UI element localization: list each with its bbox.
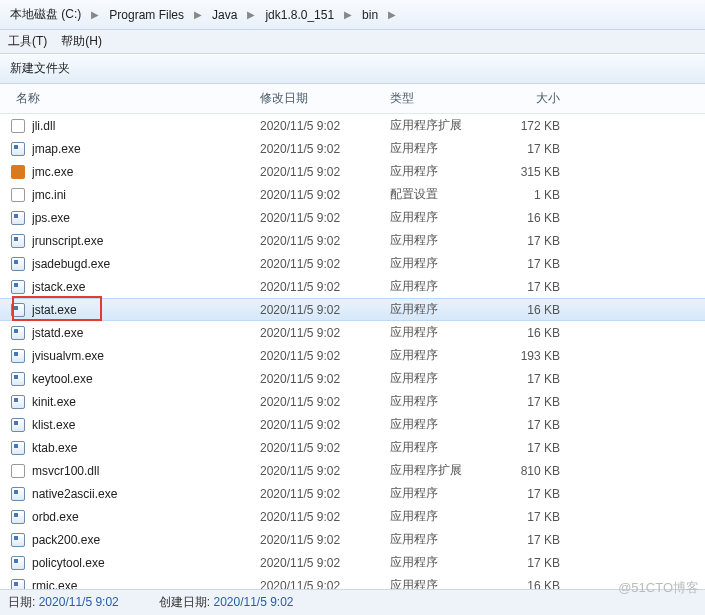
column-header-name[interactable]: 名称: [10, 90, 260, 107]
menu-tools[interactable]: 工具(T): [8, 33, 47, 50]
file-name: jrunscript.exe: [32, 234, 260, 248]
file-date: 2020/11/5 9:02: [260, 211, 390, 225]
chevron-right-icon: ▶: [190, 7, 206, 22]
file-size: 17 KB: [510, 142, 600, 156]
file-size: 810 KB: [510, 464, 600, 478]
file-row[interactable]: pack200.exe2020/11/5 9:02应用程序17 KB: [0, 528, 705, 551]
file-size: 16 KB: [510, 326, 600, 340]
file-type: 应用程序: [390, 163, 510, 180]
file-row[interactable]: msvcr100.dll2020/11/5 9:02应用程序扩展810 KB: [0, 459, 705, 482]
file-row[interactable]: jstatd.exe2020/11/5 9:02应用程序16 KB: [0, 321, 705, 344]
file-type: 应用程序: [390, 278, 510, 295]
file-name: klist.exe: [32, 418, 260, 432]
file-type: 应用程序扩展: [390, 462, 510, 479]
menu-help[interactable]: 帮助(H): [61, 33, 102, 50]
file-name: jstack.exe: [32, 280, 260, 294]
file-type: 应用程序: [390, 554, 510, 571]
status-bar: 日期: 2020/11/5 9:02 创建日期: 2020/11/5 9:02: [0, 589, 705, 615]
file-name: ktab.exe: [32, 441, 260, 455]
file-name: keytool.exe: [32, 372, 260, 386]
breadcrumb[interactable]: 本地磁盘 (C:)▶Program Files▶Java▶jdk1.8.0_15…: [0, 0, 705, 30]
file-row[interactable]: jvisualvm.exe2020/11/5 9:02应用程序193 KB: [0, 344, 705, 367]
file-row[interactable]: jstat.exe2020/11/5 9:02应用程序16 KB: [0, 298, 705, 321]
file-name: kinit.exe: [32, 395, 260, 409]
application-icon: [10, 302, 26, 318]
column-header-date[interactable]: 修改日期: [260, 90, 390, 107]
breadcrumb-segment[interactable]: 本地磁盘 (C:): [6, 4, 85, 25]
column-headers: 名称 修改日期 类型 大小: [0, 84, 705, 114]
file-row[interactable]: jmc.exe2020/11/5 9:02应用程序315 KB: [0, 160, 705, 183]
file-date: 2020/11/5 9:02: [260, 556, 390, 570]
file-name: jli.dll: [32, 119, 260, 133]
file-size: 17 KB: [510, 257, 600, 271]
file-date: 2020/11/5 9:02: [260, 441, 390, 455]
application-icon: [10, 509, 26, 525]
jmc-icon: [10, 164, 26, 180]
file-row[interactable]: ktab.exe2020/11/5 9:02应用程序17 KB: [0, 436, 705, 459]
file-type: 配置设置: [390, 186, 510, 203]
file-name: jvisualvm.exe: [32, 349, 260, 363]
file-date: 2020/11/5 9:02: [260, 349, 390, 363]
file-row[interactable]: jrunscript.exe2020/11/5 9:02应用程序17 KB: [0, 229, 705, 252]
application-icon: [10, 486, 26, 502]
breadcrumb-segment[interactable]: Program Files: [105, 6, 188, 24]
file-name: jmap.exe: [32, 142, 260, 156]
file-date: 2020/11/5 9:02: [260, 257, 390, 271]
column-header-type[interactable]: 类型: [390, 90, 510, 107]
file-size: 16 KB: [510, 303, 600, 317]
file-type: 应用程序: [390, 416, 510, 433]
chevron-right-icon: ▶: [243, 7, 259, 22]
file-size: 17 KB: [510, 487, 600, 501]
file-row[interactable]: rmic.exe2020/11/5 9:02应用程序16 KB: [0, 574, 705, 590]
file-row[interactable]: keytool.exe2020/11/5 9:02应用程序17 KB: [0, 367, 705, 390]
file-name: pack200.exe: [32, 533, 260, 547]
ini-icon: [10, 187, 26, 203]
application-icon: [10, 233, 26, 249]
file-type: 应用程序: [390, 531, 510, 548]
application-icon: [10, 394, 26, 410]
file-name: jps.exe: [32, 211, 260, 225]
file-row[interactable]: jstack.exe2020/11/5 9:02应用程序17 KB: [0, 275, 705, 298]
file-date: 2020/11/5 9:02: [260, 487, 390, 501]
file-row[interactable]: jmap.exe2020/11/5 9:02应用程序17 KB: [0, 137, 705, 160]
file-row[interactable]: native2ascii.exe2020/11/5 9:02应用程序17 KB: [0, 482, 705, 505]
breadcrumb-segment[interactable]: bin: [358, 6, 382, 24]
application-icon: [10, 325, 26, 341]
file-size: 193 KB: [510, 349, 600, 363]
chevron-right-icon: ▶: [87, 7, 103, 22]
file-row[interactable]: jsadebugd.exe2020/11/5 9:02应用程序17 KB: [0, 252, 705, 275]
breadcrumb-segment[interactable]: jdk1.8.0_151: [261, 6, 338, 24]
file-row[interactable]: klist.exe2020/11/5 9:02应用程序17 KB: [0, 413, 705, 436]
column-header-size[interactable]: 大小: [510, 90, 600, 107]
file-size: 315 KB: [510, 165, 600, 179]
file-row[interactable]: jps.exe2020/11/5 9:02应用程序16 KB: [0, 206, 705, 229]
chevron-right-icon: ▶: [340, 7, 356, 22]
file-size: 17 KB: [510, 510, 600, 524]
file-date: 2020/11/5 9:02: [260, 234, 390, 248]
file-date: 2020/11/5 9:02: [260, 280, 390, 294]
new-folder-button[interactable]: 新建文件夹: [10, 61, 70, 75]
toolbar: 新建文件夹: [0, 54, 705, 84]
file-date: 2020/11/5 9:02: [260, 418, 390, 432]
file-type: 应用程序: [390, 209, 510, 226]
file-row[interactable]: jmc.ini2020/11/5 9:02配置设置1 KB: [0, 183, 705, 206]
file-list[interactable]: jli.dll2020/11/5 9:02应用程序扩展172 KBjmap.ex…: [0, 114, 705, 590]
file-type: 应用程序: [390, 301, 510, 318]
file-size: 17 KB: [510, 372, 600, 386]
file-date: 2020/11/5 9:02: [260, 303, 390, 317]
application-icon: [10, 417, 26, 433]
file-row[interactable]: kinit.exe2020/11/5 9:02应用程序17 KB: [0, 390, 705, 413]
file-type: 应用程序: [390, 140, 510, 157]
file-name: policytool.exe: [32, 556, 260, 570]
file-row[interactable]: orbd.exe2020/11/5 9:02应用程序17 KB: [0, 505, 705, 528]
file-name: jstatd.exe: [32, 326, 260, 340]
file-type: 应用程序: [390, 324, 510, 341]
file-type: 应用程序: [390, 370, 510, 387]
file-row[interactable]: jli.dll2020/11/5 9:02应用程序扩展172 KB: [0, 114, 705, 137]
file-date: 2020/11/5 9:02: [260, 395, 390, 409]
dll-icon: [10, 463, 26, 479]
watermark: @51CTO博客: [618, 579, 699, 597]
breadcrumb-segment[interactable]: Java: [208, 6, 241, 24]
file-row[interactable]: policytool.exe2020/11/5 9:02应用程序17 KB: [0, 551, 705, 574]
file-type: 应用程序: [390, 439, 510, 456]
